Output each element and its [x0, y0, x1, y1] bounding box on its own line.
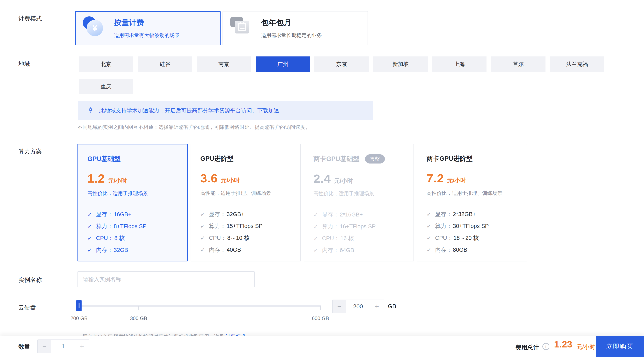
plan-card-gpu-basic[interactable]: GPU基础型 1.2 元/小时 高性价比，适用于推理场景 ✓显存：16GB+ ✓… — [78, 144, 188, 262]
feature-vram: ✓显存：32GB+ — [200, 208, 300, 220]
quantity-minus-button[interactable]: − — [38, 340, 52, 353]
slider-track[interactable] — [78, 305, 321, 307]
total-cost-value: 1.23 — [554, 339, 572, 350]
info-icon[interactable]: i — [542, 343, 550, 350]
region-chip-seoul[interactable]: 首尔 — [491, 56, 546, 72]
plan-price: 3.6 元/小时 — [200, 171, 300, 185]
plan-card-gpu-advanced[interactable]: GPU进阶型 3.6 元/小时 高性能，适用于推理、训练场景 ✓显存：32GB+… — [190, 144, 301, 262]
feature-memory: ✓内存：80GB — [426, 244, 526, 256]
cloud-disk-label: 云硬盘 — [18, 304, 36, 312]
billing-option-title: 按量计费 — [114, 18, 180, 28]
feature-compute: ✓算力：15+TFlops SP — [200, 220, 300, 232]
feature-vram: ✓显存：16GB+ — [88, 208, 187, 220]
region-chip-siliconvalley[interactable]: 硅谷 — [138, 56, 192, 72]
academic-notice-text: 此地域支持学术加速能力，开启后可提高部分学术资源平台访问、下载加速 — [99, 107, 279, 114]
calendar-receipt-icon — [230, 16, 254, 40]
feature-memory: ✓内存：32GB — [88, 244, 187, 256]
feature-compute: ✓算力：16+TFlops SP — [314, 220, 414, 232]
yuan-symbol: ¥ — [87, 20, 103, 36]
region-chip-frankfurt[interactable]: 法兰克福 — [550, 56, 604, 72]
plan-description: 高性价比，适用于推理、训练场景 — [426, 190, 526, 196]
plan-card-dual-gpu-advanced[interactable]: 两卡GPU进阶型 7.2 元/小时 高性价比，适用于推理、训练场景 ✓显存：2*… — [417, 144, 527, 262]
feature-cpu: ✓CPU：18～20 核 — [426, 232, 526, 244]
region-chip-chongqing[interactable]: 重庆 — [79, 79, 133, 94]
quantity-plus-button[interactable]: + — [75, 340, 89, 353]
disk-plus-button[interactable]: + — [370, 300, 384, 313]
slider-tick-300 — [138, 306, 139, 310]
plan-description: 高性价比，适用于推理场景 — [88, 190, 187, 197]
check-icon: ✓ — [426, 223, 435, 230]
quantity-stepper: − + — [38, 340, 89, 353]
total-cost-label: 费用总计 — [516, 344, 539, 352]
buy-now-button[interactable]: 立即购买 — [596, 336, 644, 357]
region-description: 不同地域的实例之间内网互不相通；选择靠近您客户的地域，可降低网络时延、提高您客户… — [78, 124, 310, 130]
purchase-footer-bar: 数量 − + 费用总计 i 1.23 元/小时 立即购买 — [0, 336, 644, 357]
disk-minus-button[interactable]: − — [332, 300, 346, 313]
disk-size-input[interactable] — [346, 300, 370, 313]
feature-compute: ✓算力：8+TFlops SP — [88, 220, 187, 232]
slider-label-600gb: 600 GB — [312, 315, 329, 322]
check-icon: ✓ — [200, 211, 209, 218]
check-icon: ✓ — [314, 235, 322, 242]
region-chip-tokyo[interactable]: 东京 — [314, 56, 369, 72]
quantity-label: 数量 — [18, 343, 30, 351]
billing-option-subtitle: 适用需求量长期稳定的业务 — [261, 32, 322, 39]
billing-option-subscription[interactable]: 包年包月 适用需求量长期稳定的业务 — [222, 11, 368, 45]
plan-price: 2.4 元/小时 — [314, 172, 414, 186]
check-icon: ✓ — [200, 247, 209, 253]
region-chip-singapore[interactable]: 新加坡 — [374, 56, 428, 72]
plan-description: 高性价比，适用于推理场景 — [314, 190, 414, 197]
plan-title: GPU基础型 — [88, 154, 187, 163]
region-chip-nanjing[interactable]: 南京 — [197, 56, 251, 72]
check-icon: ✓ — [88, 247, 96, 254]
quantity-input[interactable] — [52, 340, 75, 353]
compute-plan-label: 算力方案 — [18, 148, 42, 156]
feature-memory: ✓内存：64GB — [314, 244, 414, 256]
plan-card-dual-gpu-basic-soldout: 两卡GPU基础型 售罄 2.4 元/小时 高性价比，适用于推理场景 ✓显存：2*… — [304, 144, 414, 262]
check-icon: ✓ — [314, 223, 322, 230]
region-label: 地域 — [18, 60, 30, 68]
plan-title: 两卡GPU进阶型 — [426, 154, 526, 163]
region-chip-beijing[interactable]: 北京 — [79, 56, 133, 72]
plan-title: 两卡GPU基础型 售罄 — [314, 154, 414, 164]
region-chip-guangzhou-selected[interactable]: 广州 — [256, 56, 310, 72]
academic-acceleration-notice: 此地域支持学术加速能力，开启后可提高部分学术资源平台访问、下载加速 — [78, 101, 374, 120]
feature-vram: ✓显存：2*32GB+ — [426, 208, 526, 220]
plan-description: 高性能，适用于推理、训练场景 — [200, 190, 300, 196]
plan-title: GPU进阶型 — [200, 154, 300, 163]
instance-name-label: 实例名称 — [18, 276, 42, 284]
check-icon: ✓ — [200, 223, 209, 230]
disk-size-slider: 200 GB 300 GB 600 GB — [78, 300, 330, 325]
check-icon: ✓ — [88, 223, 96, 230]
feature-compute: ✓算力：30+TFlops SP — [426, 220, 526, 232]
region-chip-shanghai[interactable]: 上海 — [432, 56, 486, 72]
total-cost-unit: 元/小时 — [577, 343, 595, 351]
billing-mode-label: 计费模式 — [18, 14, 42, 22]
check-icon: ✓ — [426, 235, 435, 241]
check-icon: ✓ — [314, 247, 322, 254]
check-icon: ✓ — [200, 235, 209, 241]
billing-option-subtitle: 适用需求量有大幅波动的场景 — [114, 32, 180, 39]
feature-cpu: ✓CPU：8～10 核 — [200, 232, 300, 244]
yuan-coin-icon: ¥ — [83, 16, 107, 40]
slider-tick-600 — [320, 306, 321, 310]
feature-cpu: ✓CPU：8 核 — [88, 232, 187, 244]
feature-cpu: ✓CPU：16 核 — [314, 232, 414, 244]
disk-size-stepper: − + — [332, 300, 384, 313]
feature-vram: ✓显存：2*16GB+ — [314, 209, 414, 220]
billing-option-pay-as-you-go[interactable]: ¥ 按量计费 适用需求量有大幅波动的场景 — [75, 11, 220, 45]
plan-price: 7.2 元/小时 — [426, 171, 526, 185]
billing-option-title: 包年包月 — [261, 18, 322, 28]
check-icon: ✓ — [88, 235, 96, 242]
disk-unit-label: GB — [388, 303, 396, 310]
check-icon: ✓ — [88, 211, 96, 218]
slider-handle[interactable] — [76, 300, 82, 311]
slider-label-200gb: 200 GB — [70, 315, 88, 322]
slider-label-300gb: 300 GB — [130, 315, 147, 322]
check-icon: ✓ — [314, 212, 322, 218]
check-icon: ✓ — [426, 247, 435, 253]
feature-memory: ✓内存：40GB — [200, 244, 300, 256]
rocket-icon — [86, 106, 94, 115]
instance-name-input[interactable] — [78, 271, 255, 287]
check-icon: ✓ — [426, 211, 435, 218]
